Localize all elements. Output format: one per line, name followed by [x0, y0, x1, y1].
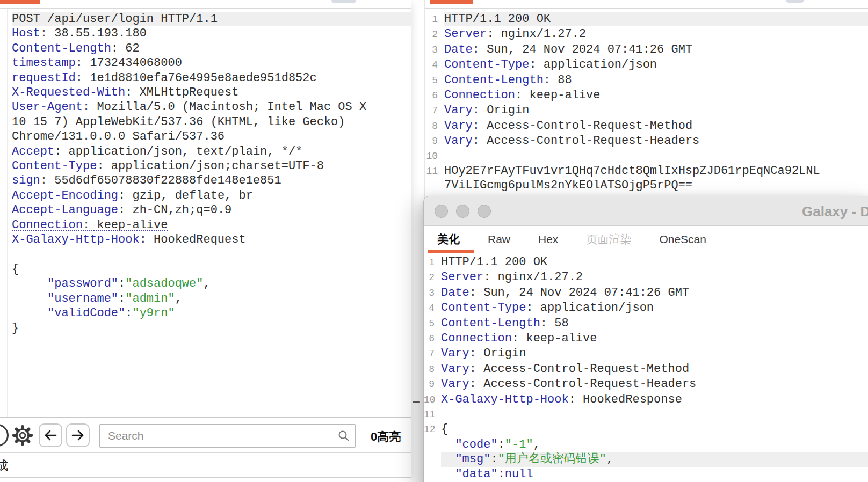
line-number: 10: [425, 149, 438, 164]
line-number: 2: [425, 27, 438, 42]
code-line: "validCode":"y9rn": [8, 306, 411, 320]
forward-arrow-icon: [70, 429, 85, 442]
line-number: 1: [424, 255, 435, 270]
code-line: 6Connection: keep-alive: [424, 331, 868, 346]
code-line: 12{: [424, 422, 868, 437]
request-panel: POST /api/user/login HTTP/1.1Host: 38.55…: [0, 0, 411, 482]
next-match-button[interactable]: [66, 423, 90, 447]
tab-raw[interactable]: Raw: [488, 233, 510, 246]
code-line: }: [8, 321, 411, 335]
code-line: 4Content-Type: application/json: [425, 57, 868, 72]
line-number: 9: [425, 134, 438, 149]
back-arrow-icon: [43, 429, 58, 442]
line-number: 1: [425, 12, 438, 27]
minimize-icon[interactable]: [456, 205, 469, 218]
code-line: 8Vary: Access-Control-Request-Method: [424, 362, 868, 377]
line-number: 10: [424, 393, 435, 407]
line-number: 3: [425, 43, 438, 57]
line-number: 8: [424, 362, 435, 377]
help-icon[interactable]: [0, 424, 9, 447]
line-number: 2: [424, 271, 435, 285]
popup-window-title: Galaxy - D: [802, 203, 868, 220]
code-line: "code":"-1",: [424, 437, 868, 452]
code-line: POST /api/user/login HTTP/1.1: [8, 12, 411, 26]
popup-tabbar: 美化RawHex页面渲染OneScan: [424, 226, 868, 253]
code-line: User-Agent: Mozilla/5.0 (Macintosh; Inte…: [8, 100, 411, 114]
active-tab-underline: [430, 0, 473, 4]
line-number: 4: [425, 58, 438, 72]
line-number: 4: [424, 301, 435, 316]
line-number: 9: [424, 377, 435, 392]
tab-onescan[interactable]: OneScan: [659, 233, 706, 246]
close-icon[interactable]: [435, 205, 448, 218]
code-line: Content-Length: 62: [8, 41, 411, 56]
code-line: Accept: application/json, text/plain, */…: [8, 144, 411, 159]
status-text: 成: [0, 457, 8, 474]
line-number: 5: [425, 74, 438, 88]
code-line: 3Date: Sun, 24 Nov 2024 07:41:26 GMT: [424, 286, 868, 301]
code-line: Host: 38.55.193.180: [8, 26, 411, 41]
code-line: X-Galaxy-Http-Hook: HookedRequest: [8, 232, 411, 247]
code-line: {: [8, 262, 411, 276]
search-input[interactable]: [99, 424, 356, 448]
code-line: 5Content-Length: 88: [425, 73, 868, 88]
response-editor[interactable]: 1HTTP/1.1 200 OK2Server: nginx/1.27.23Da…: [425, 9, 868, 196]
line-number: 7: [425, 104, 438, 118]
code-line: "msg":"用户名或密码错误",: [424, 452, 868, 466]
settings-gear-icon: [12, 425, 33, 446]
zoom-icon[interactable]: [478, 205, 491, 218]
tab-page-render: 页面渲染: [586, 232, 631, 247]
code-line: 8Vary: Access-Control-Request-Method: [425, 119, 868, 134]
code-line: 3Date: Sun, 24 Nov 2024 07:41:26 GMT: [425, 42, 868, 57]
code-line: Content-Type: application/json;charset=U…: [8, 159, 411, 173]
highlight-count-label: 0高亮: [371, 429, 401, 445]
code-line: 7Vary: Origin: [424, 346, 868, 361]
line-number: 7: [424, 347, 435, 361]
code-line: X-Requested-With: XMLHttpRequest: [8, 85, 411, 100]
code-line: [8, 247, 411, 262]
cutoff-button-remnant: [786, 0, 804, 3]
code-line: "username":"admin",: [8, 291, 411, 306]
code-line: "data":null: [424, 467, 868, 481]
code-line: Accept-Language: zh-CN,zh;q=0.9: [8, 203, 411, 217]
code-line: 4Content-Type: application/json: [424, 301, 868, 316]
popup-titlebar[interactable]: Galaxy - D: [424, 196, 868, 226]
code-line: 10X-Galaxy-Http-Hook: HookedResponse: [424, 392, 868, 407]
code-line: 11HOy2E7rFAyTFuv1vr1QHq7cHdct8QmlIxHspZJ…: [425, 164, 868, 193]
line-number: 3: [424, 286, 435, 301]
code-line: 1HTTP/1.1 200 OK: [424, 255, 868, 270]
code-line: 5Content-Length: 58: [424, 316, 868, 331]
line-number: 8: [425, 119, 438, 134]
tab-hex[interactable]: Hex: [538, 233, 558, 246]
line-number: 5: [424, 317, 435, 331]
status-bar: 成: [0, 452, 411, 478]
code-line: 10_15_7) AppleWebKit/537.36 (KHTML, like…: [8, 115, 411, 129]
code-line: requestId: 1e1d8810efa76e4995e8aede951d8…: [8, 71, 411, 85]
code-line: 11: [424, 407, 868, 422]
code-line: 1HTTP/1.1 200 OK: [425, 12, 868, 27]
settings-button[interactable]: [11, 423, 34, 447]
decrypted-response-editor[interactable]: 1HTTP/1.1 200 OK2Server: nginx/1.27.23Da…: [424, 253, 868, 482]
code-line: Accept-Encoding: gzip, deflate, br: [8, 188, 411, 203]
active-tab-underline: [0, 0, 40, 4]
code-line: sign: 55d6df65078830f22888fde148e1e851: [8, 173, 411, 188]
cutoff-button-remnant: [331, 0, 356, 3]
code-line: Connection: keep-alive: [8, 218, 411, 232]
fold-marker: [413, 401, 420, 403]
request-editor[interactable]: POST /api/user/login HTTP/1.1Host: 38.55…: [0, 9, 411, 417]
line-number: 12: [424, 422, 435, 437]
search-magnifier-icon: [337, 429, 350, 442]
line-number: 11: [424, 407, 435, 422]
line-number: 6: [424, 332, 435, 346]
code-line: 9Vary: Access-Control-Request-Headers: [425, 134, 868, 149]
galaxy-popup-window: Galaxy - D 美化RawHex页面渲染OneScan 1HTTP/1.1…: [423, 196, 868, 482]
code-line: timestamp: 1732434068000: [8, 56, 411, 70]
tab-beautify[interactable]: 美化: [437, 232, 460, 247]
app-window: POST /api/user/login HTTP/1.1Host: 38.55…: [0, 0, 868, 482]
code-line: 6Connection: keep-alive: [425, 88, 868, 103]
code-line: 10: [425, 149, 868, 164]
code-line: "password":"adsadoqwe",: [8, 276, 411, 291]
code-line: 7Vary: Origin: [425, 103, 868, 118]
previous-match-button[interactable]: [39, 423, 62, 447]
code-line: 9Vary: Access-Control-Request-Headers: [424, 377, 868, 392]
